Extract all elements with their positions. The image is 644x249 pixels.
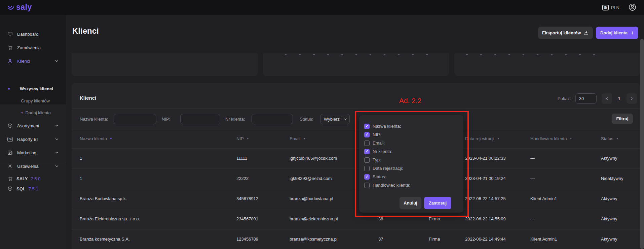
chevron-down-icon [54,164,59,168]
page-size-input[interactable]: 30 [575,93,597,104]
pagination: Pokaż: 30 1 [558,93,637,104]
sidebar-item-add-client[interactable]: + Dodaj klienta [0,107,66,118]
app-window: saly Bi PLN Dashboard [0,0,644,249]
status-value: Nieaktywny [601,176,623,181]
sidebar-item-all-clients[interactable]: Wszyscy klienci [0,84,66,94]
filter-name-input[interactable] [114,114,156,124]
prev-page-button[interactable] [602,93,612,104]
app-logo[interactable]: saly [7,3,32,12]
chart-axis-fragment [466,54,597,55]
sidebar-item-dashboard[interactable]: Dashboard [0,28,66,40]
currency-code: PLN [611,5,619,10]
filter-client-no-label: Nr klienta: [225,117,245,122]
cart-icon [7,176,13,181]
sort-icon[interactable]: ▼ [616,137,619,140]
app-version: 7.5.0 [31,176,40,181]
table-header-email[interactable]: Email▼ [290,136,306,141]
account-menu[interactable] [628,3,637,11]
cart-icon [7,45,13,50]
filter-name-label: Nazwa klienta: [80,117,108,122]
chevron-down-icon [54,150,59,155]
show-label: Pokaż: [558,96,571,101]
table-header-registered[interactable]: Data rejestracji▼ [465,136,500,141]
sidebar-item-label: Ustawienia [17,164,39,169]
chevron-down-icon [343,117,347,121]
bi-currency-icon: Bi [602,5,609,10]
sql-name: SQL [16,186,26,191]
sort-icon[interactable]: ▼ [569,137,572,140]
sidebar-subitem-label: Dodaj klienta [26,110,51,115]
person-icon [7,58,13,64]
user-circle-icon [628,3,637,11]
sort-icon[interactable]: ▼ [247,137,249,140]
sidebar-item-label: Dashboard [17,32,39,37]
add-client-label: Dodaj klienta [600,30,628,35]
chevron-down-icon [54,137,59,142]
sidebar-item-clients[interactable]: Klienci [0,55,66,67]
sidebar-item-client-groups[interactable]: Grupy klientów [0,96,66,106]
gear-icon [7,163,13,169]
chevron-down-icon [54,123,59,128]
download-icon [584,30,589,35]
status-select[interactable]: Wybierz [320,114,350,124]
sidebar-item-settings[interactable]: Ustawienia [0,160,66,172]
topbar: saly Bi PLN [0,0,644,15]
sidebar-item-reports-bi[interactable]: Bi Raporty BI [0,133,66,145]
summary-card-2 [263,53,449,76]
logo-text: saly [16,3,32,12]
next-page-button[interactable] [627,93,637,104]
sort-icon[interactable]: ▼ [497,137,500,140]
vertical-scrollbar[interactable] [640,39,644,249]
status-value: Aktywny [601,237,617,242]
status-value: Aktywny [601,156,617,161]
filter-nip-input[interactable] [180,114,220,124]
currency-selector[interactable]: Bi PLN [602,0,619,15]
plus-icon: + [21,110,24,115]
sidebar-item-orders[interactable]: Zamówienia [0,42,66,53]
sidebar-item-label: Asortyment [17,123,39,128]
sidebar: Dashboard Zamówienia Klienci Wszy [0,15,66,249]
status-value: Aktywny [601,196,617,201]
filter-button[interactable]: Filtruj [612,114,633,124]
summary-card-3 [454,53,640,76]
app-name: SALY [16,176,28,181]
cube-icon [7,123,13,128]
divider [72,108,640,109]
sidebar-subitem-label: Wszyscy klienci [20,86,53,91]
filter-client-no-input[interactable] [252,114,293,124]
sidebar-item-label: Raporty BI [17,137,38,142]
sidebar-item-label: Zamówienia [17,45,41,50]
bi-reports-icon: Bi [7,136,13,142]
status-value: Aktywny [601,216,617,221]
filter-status-label: Status: [300,117,313,122]
sql-version: 7.5.1 [29,186,38,191]
sort-icon[interactable]: ▼ [110,137,112,140]
plus-icon: + [631,30,634,36]
table-header-status[interactable]: Status▼ [601,136,619,141]
export-clients-button[interactable]: Eksportuj klientów [538,27,593,39]
summary-card-1 [72,53,258,76]
cube-icon [7,186,13,191]
current-page: 1 [612,96,627,101]
sidebar-item-marketing[interactable]: Marketing [0,147,66,158]
page-title: Klienci [72,26,99,36]
sort-icon[interactable]: ▼ [303,137,306,140]
sql-version-row: SQL 7.5.1 [0,184,66,194]
annotation-label: Ad. 2.2 [387,97,434,105]
table-header-salesman[interactable]: Handlowiec klienta▼ [530,136,572,141]
table-header-nip[interactable]: NIP▼ [236,136,249,141]
chart-axis-fragment [285,54,429,55]
table-header-name[interactable]: Nazwa klienta▼ [80,136,112,141]
sidebar-subitem-label: Grupy klientów [21,98,50,103]
newspaper-icon [7,150,13,155]
panel-title: Klienci [80,95,96,101]
annotation-highlight-box [355,111,469,217]
sidebar-item-label: Klienci [17,59,30,64]
table-row[interactable]: Branża kosmetyczna S.A. 123456789 branza… [72,229,640,249]
add-client-button[interactable]: Dodaj klienta + [596,27,638,39]
status-select-value: Wybierz [324,117,340,122]
chevron-down-icon [54,59,59,63]
active-dot-icon [8,88,10,90]
hanger-logo-icon [7,4,15,11]
sidebar-item-assortment[interactable]: Asortyment [0,120,66,131]
